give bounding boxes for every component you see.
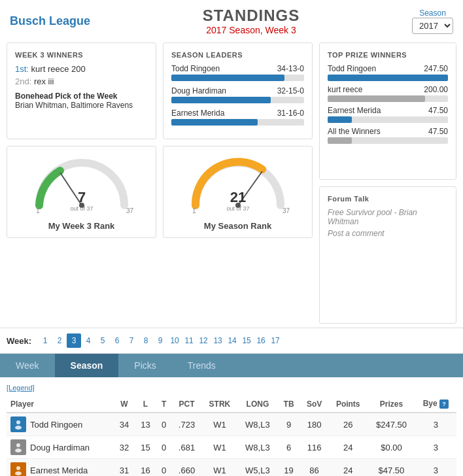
week-rank-label: My Week 3 Rank [14, 221, 149, 231]
season-leaders-title: SEASON LEADERS [171, 51, 304, 59]
cell-bye: 3 [415, 413, 456, 436]
tab-season[interactable]: Season [55, 354, 119, 377]
col-strk: STRK [201, 396, 237, 413]
col-t: T [156, 396, 172, 413]
svg-point-17 [15, 471, 22, 475]
cell-w: 31 [114, 459, 135, 477]
svg-point-14 [16, 443, 20, 447]
player-name: Doug Hardiman [30, 443, 90, 452]
first-place-row: 1st: kurt reece 200 [15, 64, 148, 74]
tab-picks[interactable]: Picks [118, 354, 171, 377]
forum-link[interactable]: Free Survivor pool - Brian Whitman [328, 208, 448, 226]
week-btn-11[interactable]: 11 [182, 333, 196, 348]
cell-pct: .723 [172, 413, 202, 436]
col-sov: SoV [300, 396, 328, 413]
week-btn-10[interactable]: 10 [167, 333, 182, 348]
week-btn-13[interactable]: 13 [211, 333, 225, 348]
standings-tbody: Todd Ringoen 34 13 0 .723 W1 W8,L3 9 180… [7, 413, 456, 476]
week-btn-15[interactable]: 15 [239, 333, 254, 348]
bye-help-icon[interactable]: ? [439, 400, 449, 409]
leader-bar-bg [171, 97, 304, 103]
prize-bar [328, 95, 425, 102]
week-winners-card: WEEK 3 WINNERS 1st: kurt reece 200 2nd: … [7, 42, 156, 139]
leader-bar [171, 119, 258, 126]
cell-prizes: $0.00 [368, 436, 415, 459]
player-avatar [10, 439, 26, 455]
cell-tb: 19 [277, 459, 300, 477]
week-btn-1[interactable]: 1 [38, 333, 52, 348]
post-comment[interactable]: Post a comment [328, 229, 448, 238]
prize-row: Todd Ringoen247.50 [328, 64, 448, 81]
leader-name: Todd Ringoen34-13-0 [171, 64, 304, 73]
week-btn-17[interactable]: 17 [268, 333, 283, 348]
cell-prizes: $247.50 [368, 413, 415, 436]
season-rank-gauge: 1 37 21 out of 37 [186, 153, 290, 215]
prize-bar-bg [328, 116, 448, 123]
week-btn-7[interactable]: 7 [124, 333, 139, 348]
cell-bye: 3 [415, 436, 456, 459]
svg-text:21: 21 [230, 189, 245, 205]
week-btn-8[interactable]: 8 [139, 333, 153, 348]
col-pct: PCT [172, 396, 202, 413]
season-label: Season [412, 8, 453, 18]
cell-t: 0 [156, 459, 172, 477]
svg-point-13 [15, 426, 22, 430]
cell-pct: .681 [172, 436, 202, 459]
week-btn-5[interactable]: 5 [95, 333, 110, 348]
svg-text:1: 1 [36, 207, 40, 214]
col-player: Player [7, 396, 114, 413]
leader-bar-bg [171, 75, 304, 81]
week-btn-3[interactable]: 3 [67, 333, 81, 348]
cell-w: 34 [114, 413, 135, 436]
season-subtitle: 2017 Season, Week 3 [203, 25, 300, 35]
player-name: Todd Ringoen [30, 420, 82, 430]
table-row: Todd Ringoen 34 13 0 .723 W1 W8,L3 9 180… [7, 413, 456, 436]
prize-winners-card: TOP PRIZE WINNERS Todd Ringoen247.50 kur… [319, 42, 456, 180]
week-label: Week: [7, 336, 31, 346]
svg-text:37: 37 [126, 207, 134, 214]
week-btn-12[interactable]: 12 [196, 333, 211, 348]
svg-point-16 [16, 466, 20, 470]
tab-week[interactable]: Week [0, 354, 55, 377]
league-name: Busch League [10, 14, 90, 28]
prize-bar [328, 137, 352, 144]
player-avatar [10, 462, 26, 476]
standings-table: Player W L T PCT STRK LONG TB SoV Points… [7, 396, 456, 476]
season-select[interactable]: 2017 2016 2015 [412, 18, 453, 34]
second-place-name: rex iii [34, 76, 54, 86]
leader-bar-bg [171, 119, 304, 126]
prize-name: Earnest Merida47.50 [328, 106, 448, 115]
week-btn-9[interactable]: 9 [153, 333, 167, 348]
cell-long: W5,L3 [237, 459, 277, 477]
cell-strk: W1 [201, 413, 237, 436]
cell-strk: W1 [201, 459, 237, 477]
bonehead-label: Bonehead Pick of the Week [15, 92, 148, 101]
cell-pct: .660 [172, 459, 202, 477]
week-btn-4[interactable]: 4 [81, 333, 95, 348]
svg-point-12 [16, 420, 20, 424]
prize-bar-bg [328, 75, 448, 81]
week-rank-gauge-card: 1 37 7 out of 37 My Week 3 Rank [7, 146, 156, 238]
svg-text:37: 37 [283, 207, 290, 214]
week-btn-16[interactable]: 16 [254, 333, 268, 348]
col-w: W [114, 396, 135, 413]
week-btn-6[interactable]: 6 [110, 333, 124, 348]
season-leaders-card: SEASON LEADERS Todd Ringoen34-13-0 Doug … [163, 42, 313, 139]
player-avatar [10, 416, 26, 432]
cell-long: W8,L3 [237, 413, 277, 436]
season-rank-gauge-card: 1 37 21 out of 37 My Season Rank [163, 146, 313, 238]
week-btn-2[interactable]: 2 [52, 333, 67, 348]
week-selector: Week: 1234567891011121314151617 [0, 328, 463, 354]
cell-l: 15 [135, 436, 156, 459]
tab-trends[interactable]: Trends [172, 354, 232, 377]
player-cell: Earnest Merida [7, 459, 114, 477]
week-btn-14[interactable]: 14 [225, 333, 239, 348]
svg-point-15 [15, 449, 22, 452]
prize-bar-bg [328, 95, 448, 102]
legend-link[interactable]: [Legend] [7, 384, 35, 392]
player-name: Earnest Merida [30, 466, 88, 475]
cell-sov: 116 [300, 436, 328, 459]
col-l: L [135, 396, 156, 413]
leader-row: Todd Ringoen34-13-0 [171, 64, 304, 81]
cell-long: W8,L3 [237, 436, 277, 459]
